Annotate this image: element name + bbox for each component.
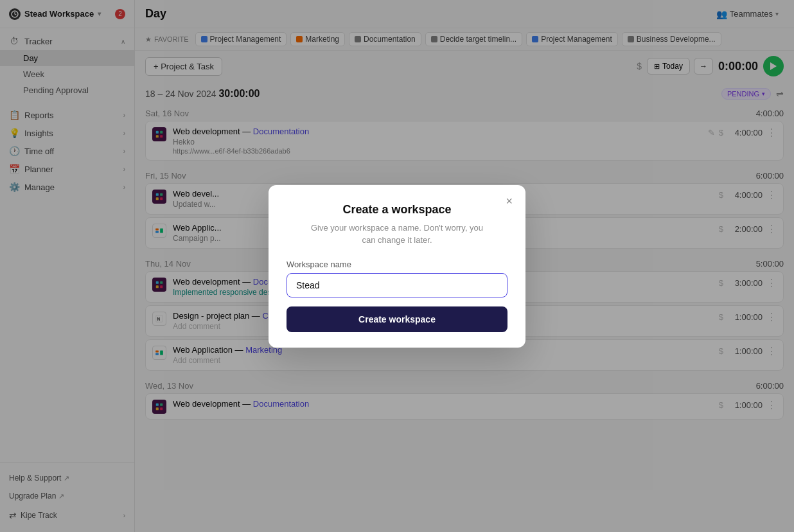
modal-subtitle: Give your workspace a name. Don't worry,… — [287, 222, 507, 247]
modal-overlay[interactable]: × Create a workspace Give your workspace… — [0, 0, 794, 532]
workspace-name-input[interactable] — [287, 273, 507, 297]
workspace-name-label: Workspace name — [287, 260, 507, 269]
modal-close-button[interactable]: × — [502, 194, 516, 208]
create-workspace-button[interactable]: Create workspace — [287, 306, 507, 332]
modal-title: Create a workspace — [287, 203, 507, 217]
create-workspace-modal: × Create a workspace Give your workspace… — [269, 185, 525, 348]
